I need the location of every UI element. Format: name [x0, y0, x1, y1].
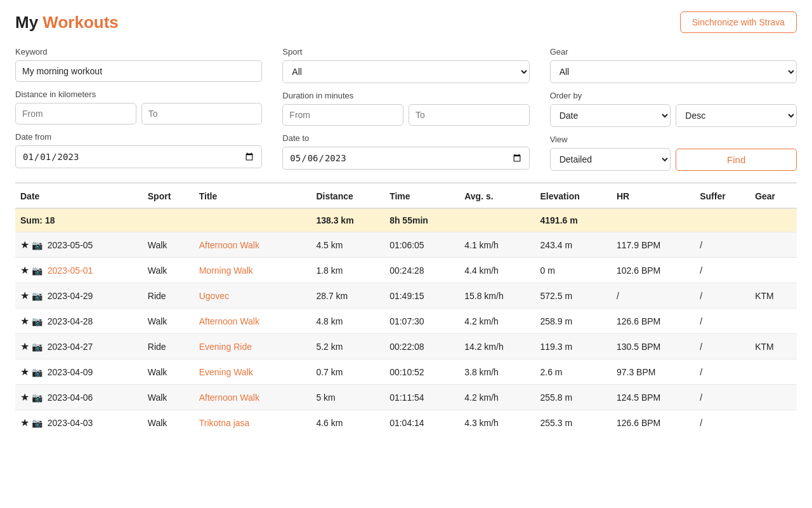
sum-hr	[612, 208, 695, 232]
order-by-select[interactable]: Date Distance Time Elevation	[550, 104, 671, 127]
col-distance: Distance	[311, 184, 384, 208]
row-date: 2023-04-09	[48, 367, 93, 377]
row-title-link[interactable]: Afternoon Walk	[199, 392, 259, 403]
row-date-cell: ★ 📷 2023-04-03	[15, 410, 143, 436]
distance-to-input[interactable]	[141, 103, 263, 124]
camera-icon[interactable]: 📷	[32, 316, 43, 326]
keyword-input[interactable]	[15, 60, 262, 82]
row-title-link[interactable]: Ugovec	[199, 291, 229, 301]
col-date: Date	[15, 184, 143, 208]
row-hr: 117.9 BPM	[612, 232, 695, 258]
camera-icon[interactable]: 📷	[32, 342, 43, 352]
star-icon[interactable]: ★	[20, 366, 29, 377]
strava-sync-button[interactable]: Sinchronize with Strava	[680, 11, 797, 33]
row-title: Afternoon Walk	[194, 232, 311, 258]
duration-from-input[interactable]	[282, 104, 403, 126]
row-elevation: 255.3 m	[535, 410, 612, 436]
row-hr: 102.6 BPM	[612, 258, 695, 283]
row-distance: 0.7 km	[311, 359, 384, 385]
row-date: 2023-05-01	[48, 265, 93, 276]
row-date-cell: ★ 📷 2023-05-05	[15, 232, 143, 258]
table-row: ★ 📷 2023-04-06 Walk Afternoon Walk 5 km …	[15, 385, 797, 410]
star-icon[interactable]: ★	[20, 265, 29, 276]
row-gear	[750, 385, 797, 410]
row-sport: Walk	[143, 258, 194, 283]
row-suffer: /	[695, 359, 750, 385]
row-suffer: /	[695, 283, 750, 309]
camera-icon[interactable]: 📷	[32, 265, 43, 276]
find-button[interactable]: Find	[676, 149, 797, 171]
row-time: 01:06:05	[384, 232, 459, 258]
distance-from-input[interactable]	[15, 103, 136, 124]
row-time: 01:11:54	[384, 385, 459, 410]
camera-icon[interactable]: 📷	[32, 367, 43, 377]
table-row: ★ 📷 2023-05-05 Walk Afternoon Walk 4.5 k…	[15, 232, 797, 258]
row-gear	[750, 410, 797, 436]
star-icon[interactable]: ★	[20, 392, 29, 403]
table-body: Sum: 18 138.3 km 8h 55min 4191.6 m ★ 📷 2…	[15, 208, 797, 435]
view-select[interactable]: Detailed Summary	[550, 148, 671, 171]
table-row: ★ 📷 2023-04-03 Walk Trikotna jasa 4.6 km…	[15, 410, 797, 436]
sport-select[interactable]: All Walk Ride Run	[282, 60, 529, 83]
row-date: 2023-04-03	[48, 418, 93, 428]
col-gear: Gear	[750, 184, 797, 208]
star-icon[interactable]: ★	[20, 239, 29, 250]
camera-icon[interactable]: 📷	[32, 392, 43, 403]
row-sport: Walk	[143, 359, 194, 385]
row-title-link[interactable]: Trikotna jasa	[199, 418, 250, 428]
row-sport: Walk	[143, 410, 194, 436]
gear-label: Gear	[550, 47, 797, 57]
gear-select[interactable]: All	[550, 60, 797, 83]
duration-to-input[interactable]	[409, 104, 530, 126]
row-title-link[interactable]: Afternoon Walk	[199, 316, 259, 326]
row-sport: Walk	[143, 309, 194, 334]
camera-icon[interactable]: 📷	[32, 291, 43, 301]
table-row: ★ 📷 2023-04-27 Ride Evening Ride 5.2 km …	[15, 334, 797, 359]
row-title: Trikotna jasa	[194, 410, 311, 436]
row-date-cell: ★ 📷 2023-04-29	[15, 283, 143, 309]
row-title-link[interactable]: Afternoon Walk	[199, 240, 259, 250]
row-title: Afternoon Walk	[194, 385, 311, 410]
star-icon[interactable]: ★	[20, 417, 29, 428]
filter-col-1: Keyword Distance in kilometers Date from	[15, 47, 262, 171]
row-title-link[interactable]: Evening Walk	[199, 367, 253, 377]
row-hr: 126.6 BPM	[612, 309, 695, 334]
row-title: Evening Ride	[194, 334, 311, 359]
row-date: 2023-04-29	[48, 291, 93, 301]
row-sport: Ride	[143, 283, 194, 309]
row-elevation: 2.6 m	[535, 359, 612, 385]
row-sport: Walk	[143, 385, 194, 410]
camera-icon[interactable]: 📷	[32, 418, 43, 428]
row-avg-speed: 4.3 km/h	[459, 410, 535, 436]
order-dir-select[interactable]: Desc Asc	[676, 104, 797, 127]
table-row: ★ 📷 2023-04-29 Ride Ugovec 28.7 km 01:49…	[15, 283, 797, 309]
row-gear	[750, 232, 797, 258]
filter-col-3: Gear All Order by Date Distance Time Ele…	[550, 47, 797, 171]
date-to-input[interactable]	[282, 147, 529, 170]
row-title-link[interactable]: Evening Ride	[199, 342, 252, 352]
view-find-row: Detailed Summary Find	[550, 148, 797, 171]
row-avg-speed: 4.2 km/h	[459, 385, 535, 410]
row-hr: 130.5 BPM	[612, 334, 695, 359]
row-distance: 4.6 km	[311, 410, 384, 436]
title-workouts: Workouts	[38, 13, 119, 32]
sum-label: Sum: 18	[15, 208, 311, 232]
duration-label: Duration in minutes	[282, 91, 529, 100]
row-suffer: /	[695, 309, 750, 334]
row-title-link[interactable]: Morning Walk	[199, 265, 253, 276]
row-time: 00:24:28	[384, 258, 459, 283]
star-icon[interactable]: ★	[20, 290, 29, 301]
date-from-input[interactable]	[15, 145, 262, 168]
col-sport: Sport	[143, 184, 194, 208]
distance-group: Distance in kilometers	[15, 90, 262, 124]
row-date-cell: ★ 📷 2023-04-09	[15, 359, 143, 385]
camera-icon[interactable]: 📷	[32, 240, 43, 250]
star-icon[interactable]: ★	[20, 316, 29, 326]
row-title: Morning Walk	[194, 258, 311, 283]
row-elevation: 119.3 m	[535, 334, 612, 359]
row-time: 00:10:52	[384, 359, 459, 385]
star-icon[interactable]: ★	[20, 341, 29, 352]
row-suffer: /	[695, 258, 750, 283]
col-time: Time	[384, 184, 459, 208]
row-date-cell: ★ 📷 2023-05-01	[15, 258, 143, 283]
